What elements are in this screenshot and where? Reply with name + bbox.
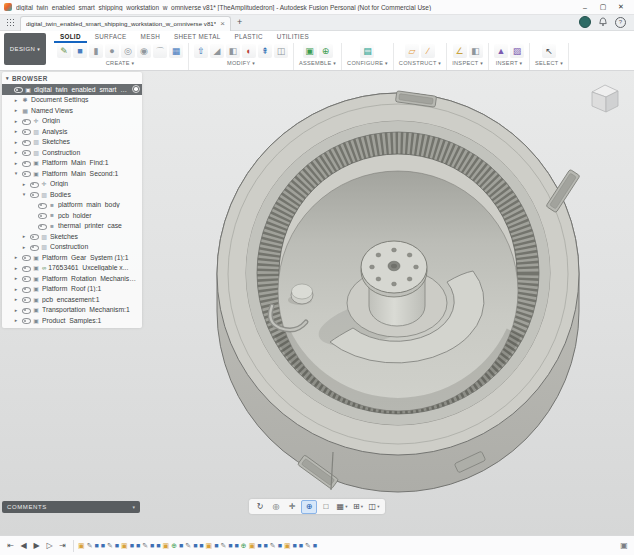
timeline-item-component[interactable]: ▣ — [284, 542, 291, 549]
timeline-item-component[interactable]: ▣ — [206, 542, 213, 549]
expand-arrow-icon[interactable]: ▸ — [21, 244, 27, 250]
zoom-icon[interactable]: ⊕ — [301, 500, 317, 514]
browser-row-digital-twin-enabled-smart-s[interactable]: ▾▣digital_twin_enabled_smart_s... — [2, 84, 142, 95]
step-forward-button[interactable]: ▷ — [43, 539, 56, 553]
timeline-item-feature[interactable]: ■ — [179, 542, 183, 549]
timeline-item-feature[interactable]: ■ — [214, 542, 218, 549]
timeline-item-joint[interactable]: ⊕ — [241, 542, 247, 549]
box-icon[interactable]: ■ — [73, 44, 87, 58]
comments-expand-icon[interactable]: ▾ — [132, 504, 135, 510]
close-button[interactable]: ✕ — [612, 1, 630, 14]
timeline-item-feature[interactable]: ■ — [136, 542, 140, 549]
visibility-eye-icon[interactable] — [21, 127, 30, 135]
visibility-eye-icon[interactable] — [29, 243, 38, 251]
create-sketch-icon[interactable]: ✎ — [57, 44, 71, 58]
timeline-item-feature[interactable]: ■ — [156, 542, 160, 549]
timeline-item-feature[interactable]: ■ — [193, 542, 197, 549]
timeline-item-sketch[interactable]: ✎ — [220, 542, 226, 549]
pan-icon[interactable]: ✛ — [285, 501, 299, 513]
timeline-item-component[interactable]: ▣ — [121, 542, 128, 549]
timeline-item-feature[interactable]: ■ — [130, 542, 134, 549]
combine-icon[interactable]: ◐ — [242, 44, 256, 58]
expand-arrow-icon[interactable]: ▸ — [13, 128, 19, 134]
ribbon-group-label-insert[interactable]: INSERT — [496, 60, 523, 66]
minimize-button[interactable]: – — [576, 1, 594, 14]
expand-arrow-icon[interactable]: ▸ — [13, 139, 19, 145]
expand-arrow-icon[interactable]: ▸ — [13, 160, 19, 166]
ribbon-tab-surface[interactable]: SURFACE — [89, 31, 133, 43]
orbit-icon[interactable]: ↻ — [253, 501, 267, 513]
look-at-icon[interactable]: ◎ — [269, 501, 283, 513]
visibility-eye-icon[interactable] — [37, 211, 46, 219]
joint-icon[interactable]: ⊕ — [319, 44, 333, 58]
visibility-eye-icon[interactable] — [21, 295, 30, 303]
coil-icon[interactable]: ◉ — [137, 44, 151, 58]
timeline-item-feature[interactable]: ■ — [101, 542, 105, 549]
browser-row-sketches[interactable]: ▸▥Sketches — [2, 137, 142, 148]
visibility-eye-icon[interactable] — [37, 222, 46, 230]
ribbon-tab-plastic[interactable]: PLASTIC — [228, 31, 268, 43]
timeline-item-sketch[interactable]: ✎ — [107, 542, 113, 549]
timeline-item-feature[interactable]: ■ — [264, 542, 268, 549]
fit-icon[interactable]: □ — [319, 501, 333, 513]
ribbon-group-label-assemble[interactable]: ASSEMBLE — [299, 60, 336, 66]
expand-arrow-icon[interactable]: ▾ — [5, 86, 11, 92]
browser-row-construction[interactable]: ▸▥Construction — [2, 242, 142, 253]
expand-arrow-icon[interactable]: ▸ — [13, 307, 19, 313]
browser-row-17653461-uxcellgable-x[interactable]: ▸▣∞17653461_Uxcellgable x... — [2, 263, 142, 274]
browser-row-thermal-printer-case[interactable]: ■thermal_printer_case — [2, 221, 142, 232]
browser-row-origin[interactable]: ▸✛Origin — [2, 179, 142, 190]
timeline-item-joint[interactable]: ⊕ — [171, 542, 177, 549]
timeline-item-feature[interactable]: ■ — [199, 542, 203, 549]
view-cube[interactable] — [584, 78, 624, 118]
browser-row-platform-main-body[interactable]: ■platform_main_body — [2, 200, 142, 211]
visibility-eye-icon[interactable] — [13, 85, 22, 93]
browser-row-document-settings[interactable]: ▸✱Document Settings — [2, 95, 142, 106]
torus-icon[interactable]: ◎ — [121, 44, 135, 58]
browser-row-platform-main-find-1[interactable]: ▸▣Platform_Main_Find:1 — [2, 158, 142, 169]
ribbon-group-label-inspect[interactable]: INSPECT — [452, 60, 483, 66]
pattern-icon[interactable]: ▦ — [169, 44, 183, 58]
measure-icon[interactable]: ∠ — [453, 44, 467, 58]
visibility-eye-icon[interactable] — [29, 180, 38, 188]
browser-header[interactable]: ▾ BROWSER — [2, 72, 142, 84]
offset-plane-icon[interactable]: ▱ — [405, 44, 419, 58]
press-pull-icon[interactable]: ⇧ — [194, 44, 208, 58]
expand-arrow-icon[interactable]: ▸ — [13, 254, 19, 260]
ribbon-group-label-modify[interactable]: MODIFY — [227, 60, 255, 66]
ribbon-tab-solid[interactable]: SOLID — [54, 31, 87, 43]
timeline-item-feature[interactable]: ■ — [278, 542, 282, 549]
browser-row-transportation-mechanism-1[interactable]: ▸▣Transportation_Mechanism:1 — [2, 305, 142, 316]
browser-row-platform-rotation-mechanism[interactable]: ▸▣Platform_Rotation_Mechanism... — [2, 273, 142, 284]
play-button[interactable]: ▶ — [30, 539, 43, 553]
timeline-item-feature[interactable]: ■ — [95, 542, 99, 549]
timeline-options-icon[interactable]: ▣ — [618, 540, 630, 552]
new-component-icon[interactable]: ▣ — [303, 44, 317, 58]
visibility-eye-icon[interactable] — [21, 169, 30, 177]
display-settings-icon[interactable]: ▦▾ — [335, 501, 349, 513]
3d-viewport[interactable]: ▾ BROWSER ▾▣digital_twin_enabled_smart_s… — [0, 70, 634, 536]
expand-arrow-icon[interactable]: ▸ — [13, 149, 19, 155]
expand-arrow-icon[interactable]: ▸ — [13, 97, 19, 103]
expand-arrow-icon[interactable]: ▸ — [13, 317, 19, 323]
visibility-eye-icon[interactable] — [29, 232, 38, 240]
browser-row-pcb-encasement-1[interactable]: ▸▣pcb_encasement:1 — [2, 294, 142, 305]
timeline-item-feature[interactable]: ■ — [257, 542, 261, 549]
browser-row-origin[interactable]: ▸✛Origin — [2, 116, 142, 127]
expand-arrow-icon[interactable]: ▸ — [13, 107, 19, 113]
timeline-item-sketch[interactable]: ✎ — [87, 542, 93, 549]
visibility-eye-icon[interactable] — [21, 316, 30, 324]
configurations-icon[interactable]: ▤ — [360, 44, 374, 58]
visibility-eye-icon[interactable] — [21, 148, 30, 156]
go-to-end-button[interactable]: ⇥ — [56, 539, 69, 553]
new-tab-button[interactable]: + — [237, 17, 242, 27]
timeline-item-component[interactable]: ▣ — [78, 542, 85, 549]
ribbon-group-label-create[interactable]: CREATE — [106, 60, 135, 66]
expand-arrow-icon[interactable]: ▸ — [21, 181, 27, 187]
timeline-item-feature[interactable]: ■ — [228, 542, 232, 549]
expand-arrow-icon[interactable]: ▸ — [13, 265, 19, 271]
visibility-eye-icon[interactable] — [21, 264, 30, 272]
timeline-item-sketch[interactable]: ✎ — [185, 542, 191, 549]
visibility-eye-icon[interactable] — [29, 190, 38, 198]
timeline-item-component[interactable]: ▣ — [163, 542, 170, 549]
